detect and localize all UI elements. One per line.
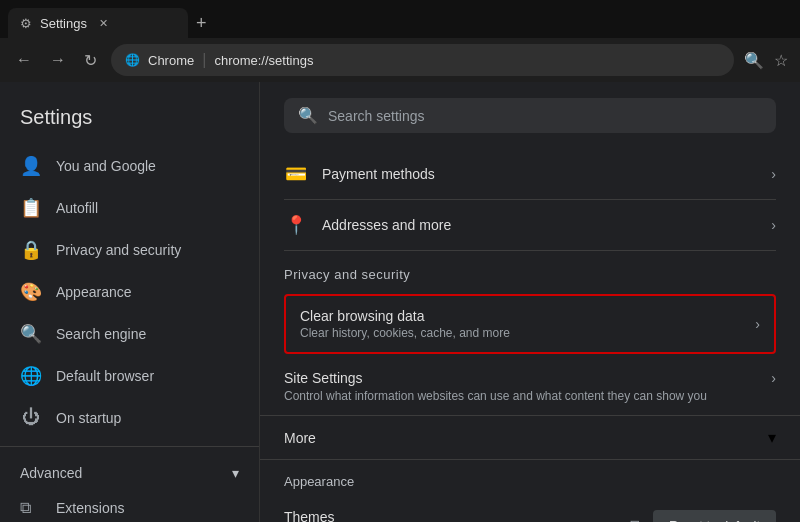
autofill-icon: 📋 [20, 197, 42, 219]
clear-browsing-inner: Clear browsing data Clear history, cooki… [286, 296, 774, 352]
search-icon: 🔍 [298, 106, 318, 125]
more-expand-icon: ▾ [768, 428, 776, 447]
site-settings-chevron-icon: › [771, 370, 776, 386]
more-row[interactable]: More ▾ [260, 416, 800, 460]
main-content: 🔍 💳 Payment methods › 📍 Addresses and mo… [260, 82, 800, 522]
forward-button[interactable]: → [46, 47, 70, 73]
sidebar-item-you-and-google[interactable]: 👤 You and Google [0, 145, 259, 187]
refresh-button[interactable]: ↻ [80, 47, 101, 74]
site-name: Chrome [148, 53, 194, 68]
payment-icon: 💳 [284, 163, 308, 185]
autofill-section: 💳 Payment methods › 📍 Addresses and more… [260, 149, 800, 251]
person-icon: 👤 [20, 155, 42, 177]
search-input-wrap[interactable]: 🔍 [284, 98, 776, 133]
sidebar-item-extensions[interactable]: ⧉ Extensions [0, 491, 259, 521]
address-bar[interactable]: 🌐 Chrome | chrome://settings [111, 44, 734, 76]
sidebar-label-you-and-google: You and Google [56, 158, 156, 174]
active-tab[interactable]: ⚙ Settings ✕ [8, 8, 188, 38]
sidebar-advanced-section: Advanced ▾ [0, 446, 259, 491]
sidebar-label-default-browser: Default browser [56, 368, 154, 384]
sidebar-label-startup: On startup [56, 410, 121, 426]
addresses-row[interactable]: 📍 Addresses and more › [284, 200, 776, 251]
sidebar-label-extensions: Extensions [56, 500, 124, 516]
themes-title: Themes [284, 509, 339, 522]
payment-label: Payment methods [322, 166, 435, 182]
sidebar-advanced[interactable]: Advanced ▾ [0, 455, 259, 491]
site-settings-subtitle: Control what information websites can us… [284, 389, 707, 403]
external-link-icon[interactable]: ⧉ [630, 517, 641, 523]
bookmark-icon[interactable]: ☆ [774, 51, 788, 70]
clear-browsing-title: Clear browsing data [300, 308, 510, 324]
address-url: chrome://settings [214, 53, 313, 68]
addresses-label: Addresses and more [322, 217, 451, 233]
sidebar-label-search: Search engine [56, 326, 146, 342]
toolbar: ← → ↻ 🌐 Chrome | chrome://settings 🔍 ☆ [0, 38, 800, 82]
search-icon[interactable]: 🔍 [744, 51, 764, 70]
addresses-icon: 📍 [284, 214, 308, 236]
search-input[interactable] [328, 108, 762, 124]
appearance-header: Appearance [284, 460, 776, 497]
site-settings-title: Site Settings [284, 370, 707, 386]
sidebar-item-startup[interactable]: ⏻ On startup [0, 397, 259, 438]
addresses-row-left: 📍 Addresses and more [284, 214, 451, 236]
site-icon: 🌐 [125, 53, 140, 67]
tab-bar: ⚙ Settings ✕ + [0, 0, 800, 38]
advanced-arrow-icon: ▾ [232, 465, 239, 481]
clear-browsing-row[interactable]: Clear browsing data Clear history, cooki… [284, 294, 776, 354]
sidebar-item-privacy[interactable]: 🔒 Privacy and security [0, 229, 259, 271]
address-divider: | [202, 51, 206, 69]
advanced-label: Advanced [20, 465, 82, 481]
appearance-section: Appearance Themes Just Black ⧉ Reset to … [260, 460, 800, 522]
site-settings-row[interactable]: Site Settings Control what information w… [260, 358, 800, 416]
themes-left: Themes Just Black [284, 509, 339, 522]
back-button[interactable]: ← [12, 47, 36, 73]
addresses-chevron-icon: › [771, 217, 776, 233]
payment-methods-row[interactable]: 💳 Payment methods › [284, 149, 776, 200]
clear-browsing-chevron-icon: › [755, 316, 760, 332]
themes-row: Themes Just Black ⧉ Reset to default [284, 497, 776, 522]
themes-right: ⧉ Reset to default [630, 510, 776, 522]
appearance-icon: 🎨 [20, 281, 42, 303]
tab-title: Settings [40, 16, 87, 31]
sidebar-title: Settings [0, 98, 259, 145]
extensions-icon: ⧉ [20, 499, 42, 517]
more-label: More [284, 430, 316, 446]
clear-browsing-subtitle: Clear history, cookies, cache, and more [300, 326, 510, 340]
toolbar-right: 🔍 ☆ [744, 51, 788, 70]
sidebar-item-default-browser[interactable]: 🌐 Default browser [0, 355, 259, 397]
search-engine-icon: 🔍 [20, 323, 42, 345]
new-tab-button[interactable]: + [196, 13, 207, 34]
settings-page: Settings 👤 You and Google 📋 Autofill 🔒 P… [0, 82, 800, 522]
lock-icon: 🔒 [20, 239, 42, 261]
payment-chevron-icon: › [771, 166, 776, 182]
sidebar-label-autofill: Autofill [56, 200, 98, 216]
payment-row-left: 💳 Payment methods [284, 163, 435, 185]
privacy-section-header: Privacy and security [260, 251, 800, 290]
search-bar: 🔍 [260, 82, 800, 149]
sidebar-label-appearance: Appearance [56, 284, 132, 300]
sidebar-label-privacy: Privacy and security [56, 242, 181, 258]
sidebar-item-search[interactable]: 🔍 Search engine [0, 313, 259, 355]
site-settings-text: Site Settings Control what information w… [284, 370, 707, 403]
startup-icon: ⏻ [20, 407, 42, 428]
tab-favicon: ⚙ [20, 16, 32, 31]
browser-chrome: ⚙ Settings ✕ + ← → ↻ 🌐 Chrome | chrome:/… [0, 0, 800, 82]
clear-browsing-text: Clear browsing data Clear history, cooki… [300, 308, 510, 340]
sidebar: Settings 👤 You and Google 📋 Autofill 🔒 P… [0, 82, 260, 522]
sidebar-item-autofill[interactable]: 📋 Autofill [0, 187, 259, 229]
browser-icon: 🌐 [20, 365, 42, 387]
tab-close-button[interactable]: ✕ [99, 17, 108, 30]
reset-to-default-button[interactable]: Reset to default [653, 510, 776, 522]
sidebar-item-appearance[interactable]: 🎨 Appearance [0, 271, 259, 313]
